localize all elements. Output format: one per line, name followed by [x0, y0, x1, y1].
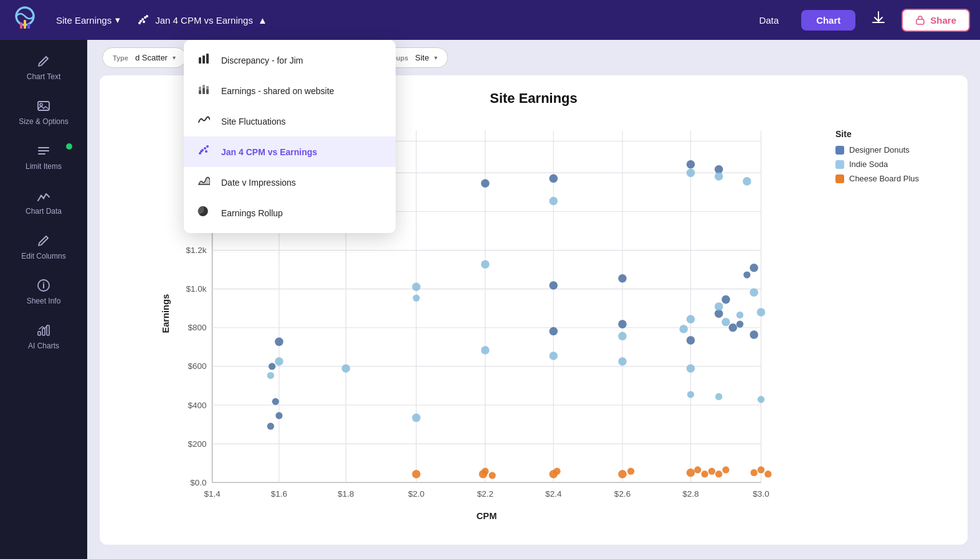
svg-point-78 — [618, 274, 627, 283]
svg-point-88 — [721, 318, 730, 327]
svg-point-91 — [736, 312, 743, 318]
svg-point-102 — [549, 351, 558, 360]
chart-title-label: Jan 4 CPM vs Earnings — [155, 15, 253, 26]
svg-point-110 — [758, 396, 764, 403]
svg-rect-4 — [27, 24, 30, 29]
type-filter[interactable]: Type d Scatter ▾ — [102, 47, 186, 68]
sidebar-label-chart-data: Chart Data — [26, 207, 62, 216]
sidebar-item-ai-charts[interactable]: AI Charts — [0, 314, 87, 359]
svg-rect-132 — [199, 87, 201, 90]
share-label: Share — [930, 15, 956, 26]
dropdown-chevron-icon: ▾ — [115, 14, 120, 26]
svg-text:$200: $200 — [188, 439, 206, 449]
svg-point-94 — [412, 414, 421, 423]
dropdown-item-site-fluctuations[interactable]: Site Fluctuations — [184, 106, 396, 136]
data-tab-button[interactable]: Data — [746, 10, 791, 31]
svg-point-84 — [267, 423, 274, 429]
svg-text:$1.6: $1.6 — [271, 489, 287, 499]
svg-point-119 — [702, 471, 708, 477]
svg-point-90 — [757, 308, 766, 317]
type-chevron-icon: ▾ — [173, 54, 176, 61]
share-button[interactable]: Share — [902, 9, 970, 32]
svg-point-92 — [618, 332, 627, 341]
svg-rect-24 — [47, 325, 49, 335]
svg-text:$800: $800 — [188, 323, 206, 332]
legend-item-cheese-board: Cheese Board Plus — [835, 174, 948, 183]
svg-point-7 — [140, 20, 142, 22]
dropdown-item-jan4-cpm[interactable]: Jan 4 CPM vs Earnings — [184, 136, 396, 167]
svg-point-81 — [269, 363, 275, 370]
svg-point-21 — [43, 282, 44, 284]
svg-text:$2.4: $2.4 — [545, 489, 562, 499]
svg-point-66 — [729, 323, 738, 332]
chart-dropdown-menu: Discrepancy - for Jim Earnings - shared … — [184, 40, 396, 233]
svg-point-127 — [627, 468, 634, 475]
svg-point-109 — [715, 393, 722, 400]
svg-point-142 — [205, 150, 207, 153]
svg-point-76 — [749, 264, 758, 272]
svg-rect-136 — [206, 86, 209, 89]
sheet-info-icon — [36, 278, 51, 293]
svg-point-113 — [482, 468, 488, 475]
svg-point-86 — [680, 325, 688, 333]
dropdown-item-earnings-website[interactable]: Earnings - shared on website — [184, 75, 396, 106]
svg-point-122 — [722, 466, 729, 473]
dropdown-label-date-impressions: Date v Impressions — [221, 178, 296, 188]
svg-point-126 — [618, 470, 627, 479]
svg-point-98 — [687, 169, 695, 178]
svg-point-89 — [749, 289, 758, 297]
svg-point-114 — [488, 472, 495, 479]
svg-point-140 — [204, 147, 206, 150]
chart-tab-button[interactable]: Chart — [801, 10, 855, 31]
svg-text:$3.0: $3.0 — [753, 489, 769, 499]
sidebar-label-size-options: Size & Options — [19, 117, 68, 126]
legend-label-indie-soda: Indie Soda — [849, 160, 888, 169]
svg-rect-130 — [206, 54, 209, 64]
svg-text:$1.0k: $1.0k — [186, 284, 206, 294]
svg-point-116 — [553, 468, 560, 475]
share-lock-icon — [915, 15, 925, 25]
svg-point-85 — [687, 315, 695, 323]
sidebar-item-chart-text[interactable]: Chart Text — [0, 45, 87, 90]
site-earnings-dropdown[interactable]: Site Earnings ▾ — [50, 11, 126, 29]
svg-point-121 — [715, 471, 722, 477]
svg-point-106 — [412, 283, 421, 292]
dropdown-label-earnings-website: Earnings - shared on website — [221, 86, 334, 96]
svg-rect-133 — [202, 88, 205, 94]
dropdown-item-earnings-rollup[interactable]: Earnings Rollup — [184, 198, 396, 228]
image-options-icon — [36, 98, 51, 113]
bar-simple-icon — [196, 52, 211, 68]
sidebar-label-limit-items: Limit Items — [26, 162, 62, 171]
svg-text:$1.8: $1.8 — [338, 489, 354, 499]
scatter-icon — [136, 13, 150, 27]
sidebar-item-size-options[interactable]: Size & Options — [0, 90, 87, 135]
svg-rect-129 — [202, 55, 205, 64]
type-filter-value: d Scatter — [135, 53, 168, 62]
svg-point-100 — [743, 177, 751, 186]
site-earnings-label: Site Earnings — [56, 15, 112, 26]
svg-point-108 — [687, 391, 694, 398]
svg-text:$2.0: $2.0 — [408, 489, 424, 499]
sidebar-item-sheet-info[interactable]: Sheet Info — [0, 269, 87, 314]
dropdown-label-site-fluctuations: Site Fluctuations — [221, 117, 286, 127]
dropdown-item-discrepancy-jim[interactable]: Discrepancy - for Jim — [184, 45, 396, 75]
svg-text:$1.4: $1.4 — [204, 489, 221, 499]
svg-point-107 — [413, 295, 420, 302]
svg-point-79 — [549, 281, 558, 290]
pie-chart-icon — [196, 205, 211, 221]
sidebar-item-chart-data[interactable]: Chart Data — [0, 179, 87, 224]
dropdown-label-discrepancy-jim: Discrepancy - for Jim — [221, 55, 303, 65]
chart-title-dropdown[interactable]: Jan 4 CPM vs Earnings ▲ — [136, 13, 267, 27]
svg-rect-23 — [42, 328, 45, 335]
svg-point-74 — [549, 174, 558, 183]
dropdown-item-date-impressions[interactable]: Date v Impressions — [184, 167, 396, 198]
svg-rect-131 — [199, 90, 201, 94]
svg-rect-11 — [916, 19, 924, 24]
sidebar-item-limit-items[interactable]: Limit Items — [0, 135, 87, 179]
legend-item-indie-soda: Indie Soda — [835, 160, 948, 169]
groups-chevron-icon: ▾ — [434, 54, 437, 61]
svg-rect-12 — [38, 102, 49, 110]
sidebar-item-edit-columns[interactable]: Edit Columns — [0, 224, 87, 269]
svg-point-139 — [200, 150, 202, 153]
download-button[interactable] — [865, 5, 892, 35]
